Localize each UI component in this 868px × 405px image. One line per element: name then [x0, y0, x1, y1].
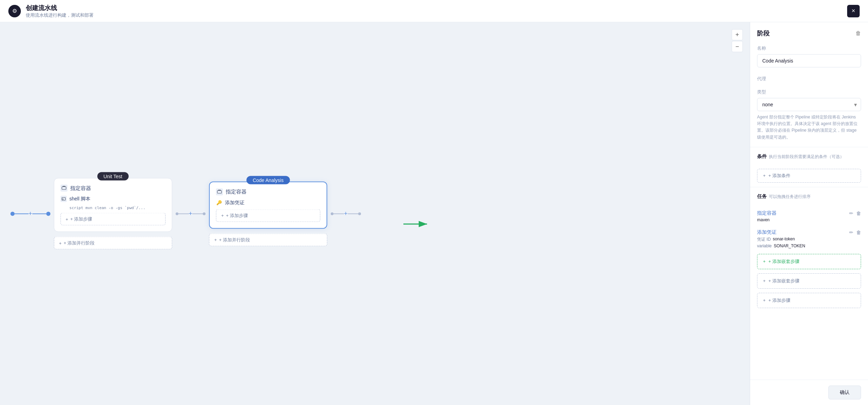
unit-test-node[interactable]: Unit Test 指定容器 shell 脚本 script mvn c [54, 178, 172, 232]
add-nested-step-highlighted-icon: + [763, 259, 766, 264]
task-credential-id-value: sonar-token [773, 237, 795, 242]
code-analysis-node[interactable]: Code Analysis 指定容器 🔑 添加凭证 + + 添加步骤 [209, 181, 327, 229]
panel-delete-icon[interactable]: 🗑 [855, 30, 861, 36]
task-container-edit-icon[interactable]: ✏ [849, 210, 853, 216]
add-condition-icon: + [763, 173, 766, 178]
task-container-actions: ✏ 🗑 [849, 210, 861, 216]
agent-type-select[interactable]: none [757, 98, 861, 111]
unit-test-add-parallel-button[interactable]: + + 添加并行阶段 [54, 237, 172, 249]
start-dot [10, 212, 15, 216]
add-step-panel-button[interactable]: + + 添加步骤 [757, 293, 861, 308]
header-title-group: 创建流水线 使用流水线进行构建，测试和部署 [26, 4, 94, 18]
task-container-delete-icon[interactable]: 🗑 [856, 210, 861, 216]
end-line2 [348, 213, 358, 214]
add-step-label: + 添加步骤 [70, 216, 92, 222]
add-step-icon: + [66, 216, 69, 222]
tasks-sub: 可以拖拽任务进行排序 [769, 194, 811, 200]
add-middle-icon[interactable]: + [189, 210, 193, 217]
task-container-title: 指定容器 ✏ 🗑 [757, 210, 861, 216]
add-nested-step-button-highlighted[interactable]: + + 添加嵌套步骤 [757, 254, 861, 269]
ca-container-icon [216, 188, 223, 195]
svg-rect-0 [62, 187, 66, 190]
task-credential-id-label: 凭证 ID [757, 237, 771, 242]
add-end-icon[interactable]: + [344, 210, 348, 217]
add-condition-button[interactable]: + + 添加条件 [757, 169, 861, 183]
connector-line2 [32, 213, 46, 214]
panel-title: 阶段 [757, 29, 770, 38]
panel-footer: 确认 [750, 380, 868, 405]
add-condition-label: + 添加条件 [769, 173, 790, 179]
mid-line2 [192, 213, 203, 214]
add-parallel-label: + 添加并行阶段 [64, 240, 95, 246]
task-credential-delete-icon[interactable]: 🗑 [856, 230, 861, 235]
svg-rect-3 [217, 190, 222, 193]
confirm-button[interactable]: 确认 [828, 386, 861, 399]
code-analysis-add-step-button[interactable]: + + 添加步骤 [216, 209, 320, 222]
unit-test-container-section: 指定容器 [61, 185, 166, 192]
task-credential-title: 添加凭证 ✏ 🗑 [757, 229, 861, 235]
add-nested-step-label: + 添加嵌套步骤 [769, 278, 799, 284]
container-icon [61, 185, 67, 192]
add-nested-step-icon: + [763, 278, 766, 283]
agent-type-select-wrapper: none ▾ [757, 98, 861, 111]
page-title: 创建流水线 [26, 4, 94, 12]
agent-type-section: 类型 none ▾ Agent 部分指定整个 Pipeline 或特定阶段将在 … [750, 89, 868, 145]
divider2 [750, 187, 868, 187]
tasks-section: 任务 可以拖拽任务进行排序 [750, 189, 868, 207]
shell-label: shell 脚本 [70, 196, 91, 202]
task-container-name: 指定容器 [757, 210, 777, 216]
ca-add-step-icon: + [221, 213, 224, 218]
zoom-out-button[interactable]: − [732, 41, 743, 52]
add-step-panel-label: + 添加步骤 [769, 297, 790, 304]
task-credential-detail2: variable SONAR_TOKEN [757, 243, 861, 248]
start-connector: + [10, 210, 50, 217]
code-analysis-add-parallel-button[interactable]: + + 添加并行阶段 [209, 233, 327, 246]
task-credential-edit-icon[interactable]: ✏ [849, 230, 853, 235]
container-label: 指定容器 [70, 185, 91, 191]
divider1 [750, 147, 868, 147]
connector-line [15, 213, 29, 214]
panel-header: 阶段 🗑 [750, 22, 868, 41]
credential-icon: 🔑 [216, 199, 222, 206]
end-dot [46, 212, 50, 216]
task-container-detail: maven [757, 217, 861, 222]
conditions-sub: 执行当前阶段所需要满足的条件（可选） [769, 154, 844, 160]
close-button[interactable]: × [847, 5, 860, 17]
code-analysis-node-wrapper: Code Analysis 指定容器 🔑 添加凭证 + + 添加步骤 [209, 181, 327, 246]
agent-label: 代理 [757, 76, 861, 82]
svg-rect-4 [218, 190, 221, 190]
task-credential-var-label: variable [757, 243, 772, 248]
end-dot2 [358, 212, 361, 215]
zoom-in-button[interactable]: + [732, 29, 743, 40]
ca-add-parallel-label: + 添加并行阶段 [219, 237, 250, 243]
code-analysis-label: Code Analysis [247, 176, 290, 184]
pipeline-flow: + Unit Test 指定容器 [0, 178, 361, 249]
name-input[interactable] [757, 54, 861, 67]
agent-desc: Agent 部分指定整个 Pipeline 或特定阶段将在 Jenkins 环境… [757, 114, 861, 141]
unit-test-shell-step: shell 脚本 [61, 196, 166, 202]
code-analysis-container-section: 指定容器 [216, 188, 320, 195]
zoom-controls: + − [732, 29, 743, 52]
add-stage-icon[interactable]: + [29, 210, 32, 217]
unit-test-label: Unit Test [97, 172, 128, 181]
name-label: 名称 [757, 45, 861, 51]
ca-container-label: 指定容器 [226, 189, 247, 195]
mid-dot2 [203, 212, 206, 215]
task-credential-name: 添加凭证 [757, 229, 777, 235]
header: ⚙ 创建流水线 使用流水线进行构建，测试和部署 × [0, 0, 868, 22]
unit-test-node-wrapper: Unit Test 指定容器 shell 脚本 script mvn c [54, 178, 172, 249]
add-step-panel-icon: + [763, 298, 766, 303]
end-dot1 [331, 212, 333, 215]
ca-add-parallel-icon: + [214, 237, 217, 242]
add-nested-step-highlighted-label: + 添加嵌套步骤 [769, 258, 799, 265]
svg-rect-1 [63, 186, 65, 187]
task-container-value: maven [757, 217, 770, 222]
code-analysis-credential-step: 🔑 添加凭证 [216, 199, 320, 206]
tasks-title: 任务 [757, 193, 767, 200]
logo-icon: ⚙ [12, 8, 17, 14]
add-nested-step-button[interactable]: + + 添加嵌套步骤 [757, 273, 861, 289]
agent-type-label: 类型 [757, 89, 861, 95]
task-credential-actions: ✏ 🗑 [849, 230, 861, 235]
unit-test-add-step-button[interactable]: + + 添加步骤 [61, 213, 166, 225]
page-subtitle: 使用流水线进行构建，测试和部署 [26, 12, 94, 18]
